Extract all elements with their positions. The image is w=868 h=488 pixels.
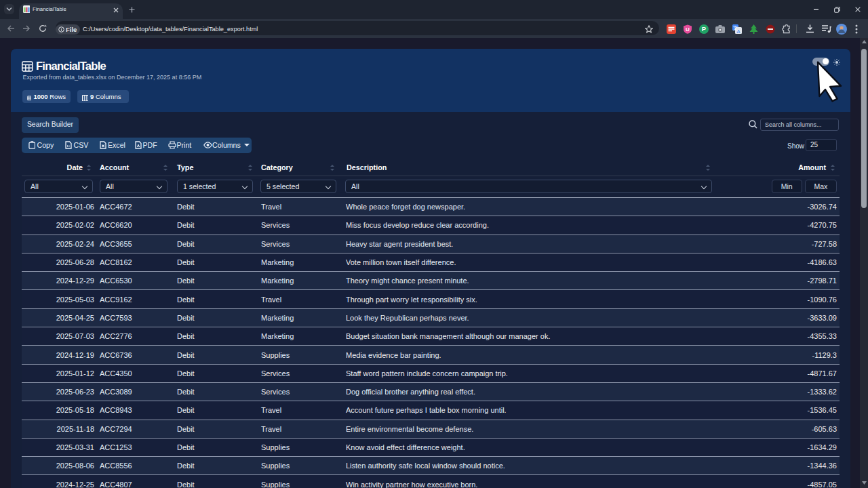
svg-text:P: P — [702, 25, 707, 33]
svg-text:A: A — [736, 28, 740, 34]
svg-text:U: U — [686, 26, 690, 33]
